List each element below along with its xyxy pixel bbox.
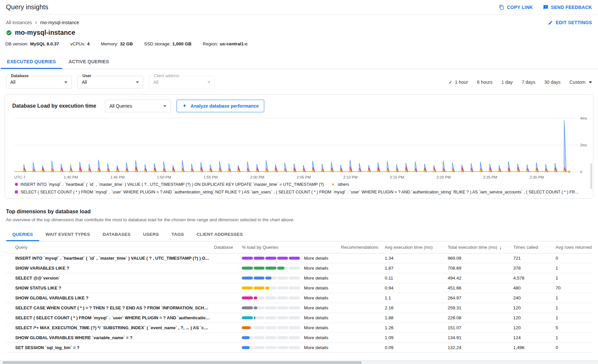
check-icon: ✓: [449, 79, 453, 85]
avg-execution-cell: 0.09: [385, 345, 448, 350]
col-avg-rows[interactable]: Avg rows returned: [556, 245, 592, 250]
load-cell: [242, 336, 304, 339]
load-bar: [242, 306, 300, 309]
table-header-row: Query Database % load by Queries Recomme…: [6, 241, 592, 253]
dim-tab-client-addresses[interactable]: CLIENT ADDRESSES: [190, 228, 249, 241]
dim-tab-databases[interactable]: DATABASES: [96, 228, 137, 241]
send-feedback-button[interactable]: SEND FEEDBACK: [543, 5, 592, 10]
query-text: SELECT /*+ MAX_EXECUTION_TIME (?) */ `SU…: [15, 325, 214, 330]
load-bar: [242, 346, 300, 349]
col-total-execution[interactable]: Total execution time (ms) ↓: [448, 244, 513, 250]
chart-title: Database Load by execution time: [12, 103, 96, 109]
edit-settings-button[interactable]: EDIT SETTINGS: [548, 20, 592, 25]
top-dimensions-section: Top dimensions by database load An overv…: [0, 209, 598, 353]
table-row[interactable]: SELECT CASE WHEN COUNT ( * ) = ? THEN ? …: [6, 303, 592, 313]
table-row[interactable]: SHOW GLOBAL VARIABLES LIKE ?More details…: [6, 293, 592, 303]
vertical-scrollbar[interactable]: [590, 163, 592, 189]
table-row[interactable]: SHOW STATUS LIKE ?More details0.94451.66…: [6, 283, 592, 293]
query-text: INSERT INTO `mysql` . `heartbeat` ( `id`…: [15, 256, 214, 261]
table-row[interactable]: SHOW VARIABLES LIKE ?More details1.87708…: [6, 263, 592, 273]
avg-rows-cell: 1: [556, 266, 592, 271]
instance-meta: DB version:MySQL 8.0.37 vCPUs:4 Memory:3…: [0, 41, 598, 46]
dim-tab-users[interactable]: USERS: [137, 228, 165, 241]
main-tabs: EXECUTED QUERIES ACTIVE QUERIES: [0, 54, 598, 69]
table-row[interactable]: INSERT INTO `mysql` . `heartbeat` ( `id`…: [6, 253, 592, 263]
tab-executed-queries[interactable]: EXECUTED QUERIES: [1, 54, 62, 69]
table-row[interactable]: SELECT ( SELECT COUNT ( * ) FROM `mysql`…: [6, 313, 592, 323]
col-database[interactable]: Database: [214, 245, 242, 250]
horizontal-scrollbar-thumb[interactable]: [3, 361, 362, 364]
col-recommendations[interactable]: Recommendations: [341, 245, 385, 250]
dim-tab-wait-event-types[interactable]: WAIT EVENT TYPES: [39, 228, 97, 241]
edit-settings-label: EDIT SETTINGS: [556, 20, 592, 25]
query-filter-select[interactable]: All Queries: [105, 100, 171, 112]
filters-row: Database All User All Client address All…: [0, 76, 598, 88]
tab-active-queries[interactable]: ACTIVE QUERIES: [62, 54, 115, 69]
more-details-link[interactable]: More details: [304, 315, 341, 320]
svg-text:4ms: 4ms: [580, 116, 587, 120]
total-execution-cell: 264.97: [448, 295, 513, 300]
more-details-link[interactable]: More details: [304, 305, 341, 310]
dim-tab-tags[interactable]: TAGS: [165, 228, 190, 241]
legend-line-1: INSERT INTO `mysql` . `heartbeat` ( `id`…: [15, 181, 593, 188]
dropdown-caret-icon: [589, 81, 592, 83]
time-range-1-hour[interactable]: ✓1 hour: [449, 79, 468, 85]
load-cell: [242, 346, 304, 349]
avg-rows-cell: 1: [556, 295, 592, 300]
col-avg-execution[interactable]: Avg execution time (ms): [385, 245, 448, 250]
table-row[interactable]: SELECT /*+ MAX_EXECUTION_TIME (?) */ `SU…: [6, 323, 592, 333]
col-load[interactable]: % load by Queries: [242, 245, 304, 250]
svg-text:2:15 PM: 2:15 PM: [390, 175, 404, 179]
more-details-link[interactable]: More details: [304, 325, 341, 330]
times-called-cell: 120: [513, 325, 556, 330]
dimensions-description: An overview of the top dimensions that c…: [6, 217, 592, 222]
dim-tab-queries[interactable]: QUERIES: [6, 228, 39, 241]
table-row[interactable]: SHOW GLOBAL VARIABLES WHERE `variable_na…: [6, 333, 592, 343]
more-details-link[interactable]: More details: [304, 266, 341, 271]
chart-others-star-icon: ★: [567, 169, 571, 174]
query-text: SHOW STATUS LIKE ?: [15, 286, 214, 290]
copy-link-label: COPY LINK: [507, 5, 533, 10]
legend-circle-marker-icon: [15, 183, 18, 186]
more-details-link[interactable]: More details: [304, 295, 341, 300]
more-details-link[interactable]: More details: [304, 335, 341, 340]
meta-memory: Memory:32 GB: [101, 41, 133, 46]
total-execution-cell: 259.31: [448, 305, 513, 310]
more-details-link[interactable]: More details: [304, 276, 341, 281]
avg-execution-cell: 1.34: [385, 256, 448, 261]
database-filter[interactable]: Database All: [6, 76, 72, 88]
table-row[interactable]: SELECT @@`version`More details0.11494.42…: [6, 273, 592, 283]
user-filter[interactable]: User All: [77, 76, 143, 88]
more-details-link[interactable]: More details: [304, 345, 341, 350]
more-details-link[interactable]: More details: [304, 286, 341, 290]
avg-execution-cell: 0.11: [385, 276, 448, 281]
analyze-performance-button[interactable]: Analyze database performance: [176, 100, 264, 112]
col-query[interactable]: Query: [15, 245, 214, 250]
meta-vcpus: vCPUs:4: [70, 41, 89, 46]
avg-execution-cell: 1.1: [385, 295, 448, 300]
chart-card-header: Database Load by execution time All Quer…: [5, 95, 593, 115]
time-range-custom[interactable]: Custom: [570, 79, 592, 85]
times-called-cell: 4,578: [513, 276, 556, 281]
times-called-cell: 1,496: [513, 345, 556, 350]
time-range-6-hours[interactable]: 6 hours: [477, 79, 493, 85]
breadcrumb-all-instances[interactable]: All instances: [6, 20, 32, 25]
load-chart[interactable]: 4ms2ms0UTC-71:40 PM1:45 PM1:50 PM1:55 PM…: [5, 116, 591, 181]
app-header: Query insights COPY LINK SEND FEEDBACK: [0, 0, 598, 15]
sort-desc-icon[interactable]: ↓: [499, 244, 502, 250]
load-bar: [242, 277, 300, 280]
col-times-called[interactable]: Times called: [513, 245, 556, 250]
legend-label-insert: INSERT INTO `mysql` . `heartbeat` ( `id`…: [21, 182, 324, 187]
table-row[interactable]: SET SESSION `sql_log_bin` = ?More detail…: [6, 343, 592, 353]
times-called-cell: 721: [513, 256, 556, 261]
total-execution-cell: 494.42: [448, 276, 513, 281]
svg-text:1:50 PM: 1:50 PM: [157, 175, 171, 179]
svg-text:1:40 PM: 1:40 PM: [64, 175, 78, 179]
time-range-30-days[interactable]: 30 days: [544, 79, 561, 85]
more-details-link[interactable]: More details: [304, 256, 341, 261]
copy-link-button[interactable]: COPY LINK: [499, 5, 533, 10]
horizontal-scrollbar[interactable]: [0, 360, 598, 364]
avg-execution-cell: 1.88: [385, 315, 448, 320]
time-range-7-days[interactable]: 7 days: [522, 79, 535, 85]
time-range-1-day[interactable]: 1 day: [501, 79, 513, 85]
